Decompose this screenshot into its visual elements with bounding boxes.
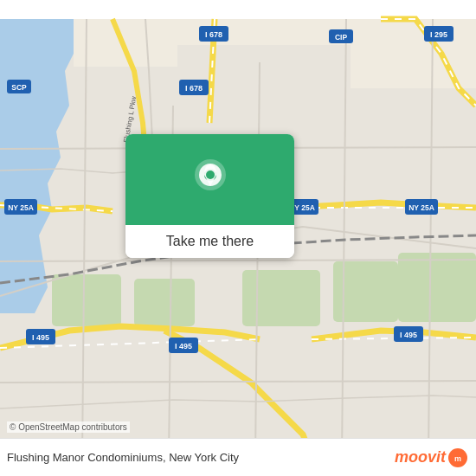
svg-text:NY 25A: NY 25A xyxy=(408,203,434,212)
svg-text:I 678: I 678 xyxy=(185,84,203,93)
svg-text:NY 25A: NY 25A xyxy=(8,203,34,212)
svg-text:m: m xyxy=(454,454,461,463)
location-label: Flushing Manor Condominiums, New York Ci… xyxy=(7,451,239,464)
take-me-there-card: Take me there xyxy=(125,134,294,258)
svg-rect-5 xyxy=(398,253,476,322)
svg-text:I 495: I 495 xyxy=(175,342,192,351)
map-attribution: © OpenStreetMap contributors xyxy=(7,421,130,433)
svg-text:CIP: CIP xyxy=(335,33,348,42)
take-me-there-button[interactable]: Take me there xyxy=(125,225,294,258)
bottom-bar: Flushing Manor Condominiums, New York Ci… xyxy=(0,438,476,476)
moovit-wordmark: moovit xyxy=(395,448,446,466)
svg-text:I 295: I 295 xyxy=(430,30,447,39)
svg-text:I 495: I 495 xyxy=(32,333,49,342)
svg-rect-8 xyxy=(351,19,476,88)
svg-rect-2 xyxy=(134,279,195,326)
moovit-icon: m xyxy=(448,448,467,467)
svg-text:SCP: SCP xyxy=(11,83,27,92)
card-green-section xyxy=(125,134,294,225)
svg-rect-6 xyxy=(74,19,177,67)
svg-text:I 678: I 678 xyxy=(205,30,222,39)
svg-text:I 495: I 495 xyxy=(400,331,417,339)
location-pin-icon xyxy=(191,158,229,203)
take-me-there-label: Take me there xyxy=(166,234,254,248)
svg-rect-1 xyxy=(52,274,121,326)
map-container: I 678 I 678 I 295 NY 25A NY 25A NY 25A I… xyxy=(0,0,476,476)
svg-point-45 xyxy=(206,170,215,179)
moovit-logo: moovit m xyxy=(395,448,467,467)
svg-rect-3 xyxy=(242,270,320,326)
